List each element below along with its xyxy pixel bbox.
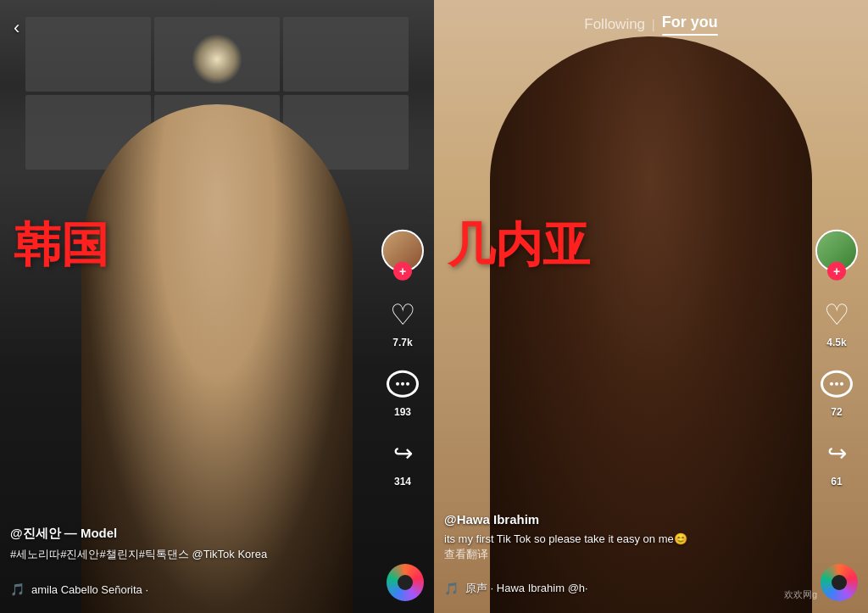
comment-icon-left — [384, 365, 421, 402]
back-button[interactable]: ‹ — [14, 17, 19, 39]
like-count-left: 7.7k — [392, 336, 412, 348]
comment-icon-right — [818, 365, 855, 402]
nav-following[interactable]: Following — [584, 16, 645, 33]
creator-avatar-left[interactable]: + — [381, 229, 424, 271]
watermark: 欢欢网g — [784, 588, 817, 601]
music-note-right: 🎵 — [444, 582, 459, 595]
music-info-right: 🎵 原声 · Hawa Ibrahim @h· — [444, 581, 809, 596]
share-icon-left: ↪ — [384, 434, 421, 471]
like-count-right: 4.5k — [826, 336, 846, 348]
dot — [401, 382, 404, 385]
top-navigation: Following | For you — [434, 0, 868, 46]
like-icon-right: ♡ — [818, 295, 855, 332]
caption-left: #세노리따#진세안#챌린지#틱톡댄스 @TikTok Korea — [10, 546, 375, 563]
share-icon-right: ↪ — [818, 434, 855, 471]
share-count-right: 61 — [831, 475, 842, 487]
heart-icon-right: ♡ — [824, 299, 849, 328]
music-info-left: 🎵 amila Cabello Señorita · — [10, 582, 375, 596]
music-note-left: 🎵 — [10, 582, 25, 596]
country-label-left: 韩国 — [14, 219, 108, 271]
heart-icon-left: ♡ — [390, 299, 415, 328]
comment-bubble-left — [387, 370, 419, 397]
comment-action-right[interactable]: 72 — [818, 365, 855, 417]
share-arrow-left: ↪ — [393, 439, 413, 467]
share-action-left[interactable]: ↪ 314 — [384, 434, 421, 487]
follow-button-left[interactable]: + — [393, 261, 412, 280]
music-disc-left — [387, 564, 424, 601]
creator-avatar-right[interactable]: + — [815, 229, 858, 271]
ceiling-light — [192, 34, 242, 85]
nav-divider: | — [652, 18, 655, 31]
comment-dots-left — [396, 382, 409, 385]
side-actions-left: + ♡ 7.7k 193 — [381, 229, 424, 487]
like-action-left[interactable]: ♡ 7.7k — [384, 295, 421, 348]
room-tile — [283, 17, 409, 92]
right-video-panel: Following | For you 几内亚 + ♡ 4.5k — [434, 0, 868, 613]
country-label-right: 几内亚 — [448, 219, 590, 271]
username-left[interactable]: @진세안 — Model — [10, 526, 375, 542]
dot — [835, 382, 838, 385]
music-text-right: 原声 · Hawa Ibrahim @h· — [465, 581, 588, 596]
dot — [840, 382, 843, 385]
music-disc-center-left — [398, 575, 413, 590]
dot — [830, 382, 833, 385]
translate-link[interactable]: 查看翻译 — [444, 547, 809, 562]
bottom-info-left: @진세안 — Model #세노리따#진세안#챌린지#틱톡댄스 @TikTok … — [10, 526, 375, 563]
music-disc-right — [821, 564, 858, 601]
comment-bubble-right — [821, 370, 853, 397]
bottom-info-right: @Hawa Ibrahim its my first Tik Tok so pl… — [444, 512, 809, 563]
side-actions-right: + ♡ 4.5k 72 — [815, 229, 858, 487]
share-arrow-right: ↪ — [827, 439, 847, 467]
like-action-right[interactable]: ♡ 4.5k — [818, 295, 855, 348]
left-video-panel: ‹ 韩国 + ♡ 7.7k — [0, 0, 434, 613]
dot — [406, 382, 409, 385]
like-icon-left: ♡ — [384, 295, 421, 332]
share-count-left: 314 — [394, 475, 411, 487]
caption-right: its my first Tik Tok so please take it e… — [444, 531, 809, 548]
room-tile — [25, 17, 151, 92]
comment-count-right: 72 — [831, 405, 842, 417]
share-action-right[interactable]: ↪ 61 — [818, 434, 855, 487]
dot — [396, 382, 399, 385]
follow-button-right[interactable]: + — [827, 261, 846, 280]
nav-for-you[interactable]: For you — [662, 14, 718, 36]
music-text-left: amila Cabello Señorita · — [31, 583, 148, 596]
comment-count-left: 193 — [394, 405, 411, 417]
comment-action-left[interactable]: 193 — [384, 365, 421, 417]
comment-dots-right — [830, 382, 843, 385]
music-disc-center-right — [832, 575, 847, 590]
username-right[interactable]: @Hawa Ibrahim — [444, 512, 809, 527]
